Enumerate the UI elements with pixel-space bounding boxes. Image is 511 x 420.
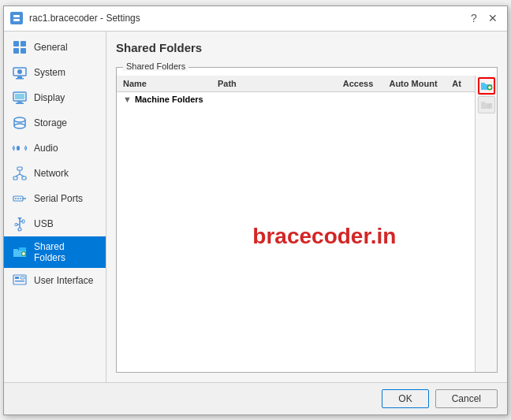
sidebar-label-serial-ports: Serial Ports bbox=[34, 193, 83, 204]
edit-folder-button[interactable] bbox=[478, 96, 495, 113]
svg-rect-18 bbox=[17, 167, 22, 170]
svg-line-22 bbox=[16, 174, 21, 177]
sidebar-label-shared-folders: Shared Folders bbox=[34, 241, 98, 263]
sidebar-item-user-interface[interactable]: User Interface bbox=[4, 268, 106, 293]
sidebar: General System bbox=[4, 32, 106, 382]
sidebar-item-general[interactable]: General bbox=[4, 35, 106, 60]
section-label: Shared Folders bbox=[123, 61, 188, 71]
usb-icon bbox=[12, 216, 28, 232]
svg-point-28 bbox=[20, 198, 21, 199]
sidebar-item-audio[interactable]: Audio bbox=[4, 136, 106, 161]
sidebar-item-shared-folders[interactable]: Shared Folders bbox=[4, 236, 106, 268]
window-title: rac1.bracecoder - Settings bbox=[29, 13, 140, 24]
svg-rect-5 bbox=[13, 48, 19, 54]
svg-rect-13 bbox=[16, 102, 24, 104]
user-interface-icon bbox=[12, 273, 28, 288]
svg-point-16 bbox=[14, 124, 25, 128]
sidebar-item-storage[interactable]: Storage bbox=[4, 110, 106, 136]
sidebar-item-usb[interactable]: USB bbox=[4, 211, 106, 236]
sidebar-label-audio: Audio bbox=[34, 143, 58, 154]
sidebar-label-user-interface: User Interface bbox=[34, 275, 93, 286]
display-icon bbox=[12, 90, 28, 106]
title-bar-left: rac1.bracecoder - Settings bbox=[10, 12, 140, 24]
audio-icon bbox=[12, 140, 28, 156]
svg-rect-9 bbox=[16, 78, 24, 80]
col-automount-header: Auto Mount bbox=[382, 79, 445, 88]
right-toolbar bbox=[475, 76, 497, 372]
svg-rect-6 bbox=[21, 48, 26, 54]
group-machine-folders[interactable]: ▼ Machine Folders bbox=[117, 92, 475, 106]
svg-rect-17 bbox=[17, 146, 20, 151]
title-bar: rac1.bracecoder - Settings ? ✕ bbox=[4, 6, 507, 32]
svg-rect-3 bbox=[13, 41, 19, 46]
col-path-header: Path bbox=[218, 79, 334, 88]
footer: OK Cancel bbox=[4, 382, 507, 414]
svg-rect-12 bbox=[17, 102, 22, 103]
network-icon bbox=[12, 165, 28, 181]
table-body: ▼ Machine Folders bracecoder.in bbox=[117, 92, 475, 372]
serial-ports-icon bbox=[12, 191, 28, 206]
svg-rect-41 bbox=[15, 281, 24, 282]
add-folder-button[interactable] bbox=[478, 77, 495, 95]
group-label: Machine Folders bbox=[135, 95, 203, 104]
svg-rect-20 bbox=[22, 177, 26, 180]
svg-rect-1 bbox=[13, 15, 20, 17]
col-access-header: Access bbox=[334, 79, 382, 88]
sidebar-label-general: General bbox=[34, 42, 68, 53]
svg-rect-0 bbox=[12, 13, 21, 23]
watermark: bracecoder.in bbox=[252, 224, 396, 249]
sidebar-label-display: Display bbox=[34, 92, 65, 103]
title-controls: ? ✕ bbox=[466, 10, 501, 26]
svg-point-26 bbox=[15, 198, 17, 199]
svg-point-15 bbox=[14, 117, 25, 122]
svg-rect-14 bbox=[15, 94, 24, 99]
content-area: General System bbox=[4, 32, 507, 382]
svg-point-27 bbox=[17, 198, 19, 199]
sidebar-label-network: Network bbox=[34, 168, 69, 179]
settings-window: rac1.bracecoder - Settings ? ✕ General bbox=[3, 6, 508, 415]
sidebar-item-serial-ports[interactable]: Serial Ports bbox=[4, 186, 106, 211]
sidebar-label-usb: USB bbox=[34, 218, 54, 229]
svg-point-10 bbox=[17, 69, 22, 74]
svg-marker-30 bbox=[17, 217, 22, 220]
svg-rect-42 bbox=[21, 277, 24, 279]
cancel-button[interactable]: Cancel bbox=[435, 389, 498, 408]
col-at-header: At bbox=[445, 79, 468, 88]
help-button[interactable]: ? bbox=[466, 10, 482, 26]
storage-icon bbox=[12, 115, 28, 131]
svg-rect-4 bbox=[21, 41, 26, 46]
ok-button[interactable]: OK bbox=[382, 389, 428, 408]
col-name-header: Name bbox=[123, 79, 218, 88]
sidebar-item-system[interactable]: System bbox=[4, 60, 106, 85]
svg-rect-34 bbox=[15, 223, 17, 225]
svg-rect-40 bbox=[15, 277, 19, 279]
sidebar-item-network[interactable]: Network bbox=[4, 161, 106, 186]
system-icon bbox=[12, 65, 28, 80]
section-box: Shared Folders Name Path Access Auto Mou… bbox=[116, 67, 498, 373]
svg-rect-2 bbox=[13, 19, 20, 21]
table-header: Name Path Access Auto Mount At bbox=[117, 76, 475, 92]
expand-icon: ▼ bbox=[123, 95, 132, 104]
general-icon bbox=[12, 39, 28, 55]
svg-rect-19 bbox=[13, 177, 17, 180]
page-title: Shared Folders bbox=[116, 41, 498, 59]
shared-folders-icon bbox=[12, 244, 28, 260]
sidebar-item-display[interactable]: Display bbox=[4, 85, 106, 110]
svg-point-35 bbox=[18, 228, 21, 231]
sidebar-label-system: System bbox=[34, 67, 65, 78]
app-icon bbox=[10, 12, 23, 24]
svg-rect-32 bbox=[22, 220, 24, 223]
sidebar-label-storage: Storage bbox=[34, 117, 67, 128]
svg-line-23 bbox=[20, 174, 24, 177]
svg-rect-8 bbox=[17, 76, 22, 78]
close-button[interactable]: ✕ bbox=[485, 10, 501, 26]
main-area: Shared Folders Shared Folders Name Path … bbox=[106, 32, 507, 382]
